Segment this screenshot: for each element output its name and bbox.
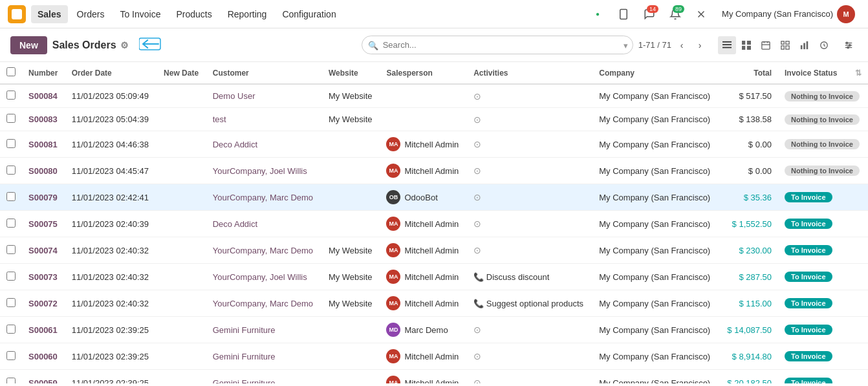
salesperson-avatar: MA	[386, 296, 400, 310]
th-total[interactable]: Total	[719, 62, 778, 84]
order-total: $ 20,182.50	[719, 370, 778, 384]
order-number[interactable]: S00061	[22, 317, 65, 343]
svg-rect-21	[803, 43, 805, 49]
orders-table-container: Number Order Date New Date Customer Webs…	[0, 62, 868, 383]
search-input[interactable]	[362, 36, 633, 54]
status-badge: To Invoice	[785, 351, 832, 361]
new-button[interactable]: New	[10, 36, 47, 54]
th-invoice-status[interactable]: Invoice Status ⇅	[778, 62, 868, 84]
row-checkbox[interactable]	[6, 192, 16, 201]
grid-view-button[interactable]	[776, 36, 794, 54]
row-checkbox[interactable]	[6, 91, 16, 100]
row-checkbox[interactable]	[6, 325, 16, 334]
next-page-button[interactable]: ›	[692, 38, 708, 53]
app-logo[interactable]	[8, 5, 26, 23]
th-number[interactable]: Number	[22, 62, 65, 84]
th-customer[interactable]: Customer	[206, 62, 322, 84]
th-website[interactable]: Website	[322, 62, 380, 84]
nav-reporting[interactable]: Reporting	[221, 5, 274, 23]
salesperson: MD Marc Demo	[380, 317, 467, 343]
table-row: S0005911/01/2023 02:39:25Gemini Furnitur…	[0, 370, 868, 384]
table-row: S0008111/01/2023 04:46:38Deco Addict MA …	[0, 131, 868, 158]
activity-view-button[interactable]	[815, 36, 833, 54]
order-number[interactable]: S00075	[22, 211, 65, 237]
order-number[interactable]: S00074	[22, 237, 65, 264]
row-checkbox[interactable]	[6, 245, 16, 254]
column-settings-button[interactable]	[840, 36, 858, 54]
prev-page-button[interactable]: ‹	[674, 38, 689, 53]
order-total: $ 230.00	[719, 237, 778, 264]
chat-icon[interactable]: 14	[639, 4, 660, 25]
clock-icon: ⊙	[473, 245, 481, 255]
salesperson: MA Mitchell Admin	[380, 343, 467, 370]
invoice-status: To Invoice	[778, 211, 868, 237]
nav-to-invoice[interactable]: To Invoice	[113, 5, 167, 23]
table-body: S0008411/01/2023 05:09:49Demo UserMy Web…	[0, 84, 868, 383]
th-activities[interactable]: Activities	[467, 62, 592, 84]
order-number[interactable]: S00060	[22, 343, 65, 370]
row-checkbox[interactable]	[6, 139, 16, 148]
chart-view-button[interactable]	[796, 36, 814, 54]
wrench-icon[interactable]	[691, 4, 711, 25]
new-date	[157, 184, 206, 211]
customer-name: YourCompany, Joel Willis	[206, 158, 322, 184]
row-checkbox[interactable]	[6, 114, 16, 123]
order-number[interactable]: S00084	[22, 84, 65, 108]
order-number[interactable]: S00080	[22, 158, 65, 184]
row-checkbox[interactable]	[6, 298, 16, 307]
row-checkbox[interactable]	[6, 272, 16, 281]
avatar: M	[837, 5, 855, 23]
customer-name: YourCompany, Joel Willis	[206, 264, 322, 290]
row-checkbox[interactable]	[6, 219, 16, 228]
nav-configuration[interactable]: Configuration	[276, 5, 342, 23]
svg-rect-5	[722, 41, 732, 42]
company-name: My Company (San Francisco)	[592, 131, 719, 158]
activity-bell-icon[interactable]: 89	[665, 4, 686, 25]
chat-badge: 14	[647, 5, 658, 13]
website: My Website	[322, 108, 380, 131]
order-date: 11/01/2023 02:39:25	[65, 343, 157, 370]
th-checkbox	[0, 62, 22, 84]
customer-name: YourCompany, Marc Demo	[206, 237, 322, 264]
user-menu-button[interactable]: My Company (San Francisco) M	[717, 3, 860, 26]
order-number[interactable]: S00073	[22, 264, 65, 290]
th-new-date[interactable]: New Date	[157, 62, 206, 84]
th-company[interactable]: Company	[592, 62, 719, 84]
column-sort-icon[interactable]: ⇅	[855, 69, 862, 78]
kanban-view-button[interactable]	[737, 36, 755, 54]
order-date: 11/01/2023 02:39:25	[65, 317, 157, 343]
select-all-checkbox[interactable]	[6, 67, 16, 76]
website: My Website	[322, 290, 380, 317]
search-dropdown-icon[interactable]: ▾	[624, 40, 628, 50]
svg-rect-20	[801, 45, 803, 49]
order-number[interactable]: S00081	[22, 131, 65, 158]
new-date	[157, 343, 206, 370]
status-badge: To Invoice	[785, 272, 832, 282]
status-dot-icon[interactable]: ●	[587, 4, 608, 25]
row-checkbox[interactable]	[6, 378, 16, 384]
th-salesperson[interactable]: Salesperson	[380, 62, 467, 84]
phone-icon[interactable]	[613, 4, 634, 25]
order-number[interactable]: S00079	[22, 184, 65, 211]
salesperson-name: Mitchell Admin	[404, 352, 459, 361]
calendar-view-button[interactable]	[757, 36, 775, 54]
th-order-date[interactable]: Order Date	[65, 62, 157, 84]
svg-point-27	[846, 42, 848, 44]
row-checkbox[interactable]	[6, 166, 16, 175]
nav-products[interactable]: Products	[169, 5, 218, 23]
order-total: $ 138.58	[719, 108, 778, 131]
breadcrumb-text: Sales Orders	[52, 39, 116, 51]
nav-orders[interactable]: Orders	[71, 5, 111, 23]
order-number[interactable]: S00059	[22, 370, 65, 384]
invoice-status: To Invoice	[778, 370, 868, 384]
order-number[interactable]: S00072	[22, 290, 65, 317]
order-number[interactable]: S00083	[22, 108, 65, 131]
company-label: My Company (San Francisco)	[722, 9, 833, 19]
list-view-button[interactable]	[718, 36, 736, 54]
pagination-text: 1-71 / 71	[638, 40, 671, 50]
nav-sales[interactable]: Sales	[31, 5, 68, 23]
row-checkbox[interactable]	[6, 351, 16, 360]
activity-cell: 📞 Suggest optional products	[467, 290, 592, 317]
salesperson-name: Mitchell Admin	[404, 378, 459, 384]
settings-gear-icon[interactable]: ⚙	[120, 40, 129, 50]
